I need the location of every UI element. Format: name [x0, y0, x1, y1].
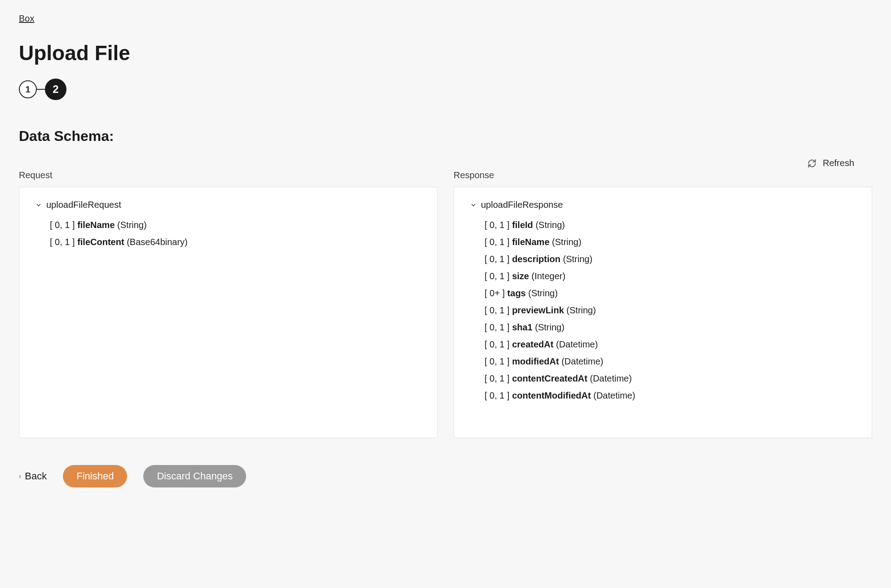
schema-field[interactable]: [ 0, 1 ] description (String)	[485, 250, 856, 268]
step-2[interactable]: 2	[45, 79, 66, 100]
response-root-name: uploadFileResponse	[481, 200, 563, 210]
field-name: contentModifiedAt	[512, 391, 591, 400]
schema-field[interactable]: [ 0, 1 ] sha1 (String)	[485, 319, 856, 336]
field-name: modifiedAt	[512, 356, 559, 366]
breadcrumb-link-box[interactable]: Box	[19, 13, 34, 23]
field-type: (String)	[526, 288, 558, 298]
step-connector	[37, 89, 45, 90]
schema-field[interactable]: [ 0, 1 ] createdAt (Datetime)	[485, 336, 856, 353]
section-title: Data Schema:	[19, 128, 872, 145]
field-cardinality: [ 0, 1 ]	[50, 220, 77, 230]
request-column: Request uploadFileRequest [ 0, 1 ] fileN…	[19, 170, 437, 438]
field-type: (String)	[533, 322, 565, 332]
schema-field[interactable]: [ 0, 1 ] fileName (String)	[50, 216, 421, 233]
schema-field[interactable]: [ 0, 1 ] size (Integer)	[485, 268, 856, 285]
field-type: (Datetime)	[559, 356, 604, 366]
field-cardinality: [ 0, 1 ]	[485, 254, 512, 264]
field-type: (String)	[560, 254, 592, 264]
field-cardinality: [ 0, 1 ]	[50, 237, 77, 247]
schema-field[interactable]: [ 0, 1 ] fileId (String)	[485, 216, 856, 233]
schema-field[interactable]: [ 0, 1 ] fileContent (Base64binary)	[50, 233, 421, 250]
footer-actions: ‹ Back Finished Discard Changes	[19, 465, 872, 487]
back-label: Back	[25, 470, 47, 482]
finished-button[interactable]: Finished	[63, 465, 127, 487]
field-name: createdAt	[512, 339, 553, 349]
response-panel: uploadFileResponse [ 0, 1 ] fileId (Stri…	[454, 187, 872, 438]
field-type: (Datetime)	[591, 391, 635, 400]
request-root-name: uploadFileRequest	[46, 200, 121, 210]
field-cardinality: [ 0, 1 ]	[485, 391, 512, 400]
chevron-down-icon	[470, 202, 476, 208]
refresh-label: Refresh	[823, 158, 854, 168]
page-title: Upload File	[19, 41, 872, 65]
field-type: (Datetime)	[587, 373, 632, 383]
response-column: Response uploadFileResponse [ 0, 1 ] fil…	[454, 170, 872, 438]
step-1[interactable]: 1	[19, 80, 37, 98]
stepper: 1 2	[19, 79, 872, 100]
field-cardinality: [ 0+ ]	[485, 288, 507, 298]
field-name: sha1	[512, 322, 533, 332]
field-type: (String)	[550, 237, 582, 247]
field-name: contentCreatedAt	[512, 373, 587, 383]
field-type: (String)	[115, 220, 147, 230]
schema-field[interactable]: [ 0, 1 ] modifiedAt (Datetime)	[485, 353, 856, 370]
field-type: (String)	[533, 220, 565, 230]
refresh-icon	[807, 159, 816, 168]
request-panel: uploadFileRequest [ 0, 1 ] fileName (Str…	[19, 187, 437, 438]
field-cardinality: [ 0, 1 ]	[485, 373, 512, 383]
field-cardinality: [ 0, 1 ]	[485, 339, 512, 349]
field-type: (Datetime)	[553, 339, 598, 349]
field-cardinality: [ 0, 1 ]	[485, 237, 512, 247]
field-name: tags	[507, 288, 526, 298]
field-cardinality: [ 0, 1 ]	[485, 305, 512, 315]
response-tree-root[interactable]: uploadFileResponse	[470, 200, 856, 210]
field-type: (Integer)	[529, 271, 565, 281]
breadcrumb: Box	[19, 13, 872, 24]
field-name: fileContent	[77, 237, 124, 247]
field-type: (Base64binary)	[124, 237, 188, 247]
field-name: size	[512, 271, 529, 281]
field-cardinality: [ 0, 1 ]	[485, 356, 512, 366]
field-name: previewLink	[512, 305, 564, 315]
field-name: description	[512, 254, 560, 264]
request-tree-root[interactable]: uploadFileRequest	[35, 200, 421, 210]
response-fields: [ 0, 1 ] fileId (String)[ 0, 1 ] fileNam…	[470, 216, 856, 404]
chevron-left-icon: ‹	[19, 472, 21, 480]
field-cardinality: [ 0, 1 ]	[485, 271, 512, 281]
field-cardinality: [ 0, 1 ]	[485, 220, 512, 230]
discard-changes-button[interactable]: Discard Changes	[143, 465, 246, 487]
schema-area: Refresh Request uploadFileRequest [ 0, 1…	[19, 158, 872, 438]
request-fields: [ 0, 1 ] fileName (String)[ 0, 1 ] fileC…	[35, 216, 421, 250]
schema-field[interactable]: [ 0, 1 ] contentModifiedAt (Datetime)	[485, 387, 856, 404]
field-cardinality: [ 0, 1 ]	[485, 322, 512, 332]
schema-field[interactable]: [ 0, 1 ] previewLink (String)	[485, 302, 856, 319]
field-name: fileId	[512, 220, 533, 230]
schema-columns: Request uploadFileRequest [ 0, 1 ] fileN…	[19, 170, 872, 438]
response-label: Response	[454, 170, 872, 180]
schema-field[interactable]: [ 0, 1 ] fileName (String)	[485, 233, 856, 250]
field-name: fileName	[512, 237, 549, 247]
back-button[interactable]: ‹ Back	[19, 470, 47, 482]
schema-field[interactable]: [ 0, 1 ] contentCreatedAt (Datetime)	[485, 370, 856, 387]
field-type: (String)	[564, 305, 596, 315]
refresh-button[interactable]: Refresh	[19, 158, 872, 168]
chevron-down-icon	[35, 202, 42, 208]
schema-field[interactable]: [ 0+ ] tags (String)	[485, 285, 856, 302]
request-label: Request	[19, 170, 437, 180]
field-name: fileName	[77, 220, 115, 230]
